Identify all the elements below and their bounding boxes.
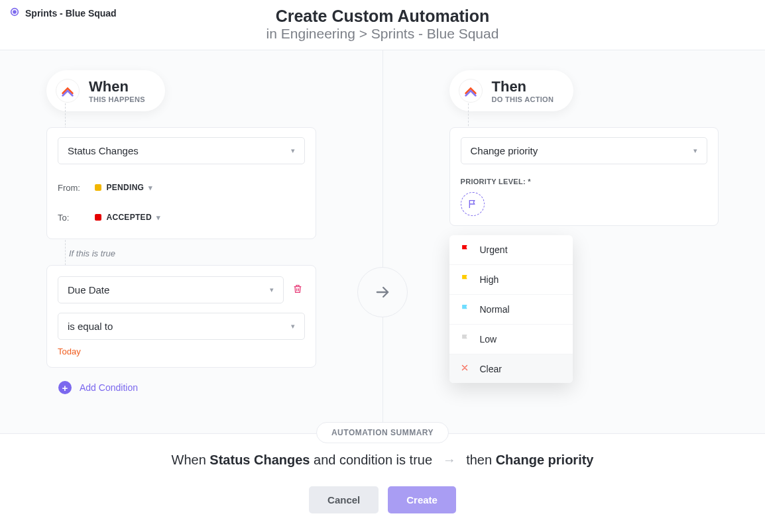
priority-option-label: Normal [480, 304, 510, 315]
from-status-color [95, 184, 101, 191]
add-condition-button[interactable]: + Add Condition [58, 381, 316, 394]
from-status-chip[interactable]: PENDING ▾ [95, 183, 152, 192]
priority-option-label: Clear [480, 364, 502, 374]
trigger-card: Status Changes ▾ From: PENDING ▾ To: ACC… [46, 127, 316, 239]
page-title: Create Custom Automation [9, 7, 756, 26]
priority-option-label: High [480, 274, 499, 285]
priority-dropdown: UrgentHighNormalLowClear [449, 235, 573, 383]
flag-icon [460, 274, 471, 286]
priority-option-low[interactable]: Low [449, 325, 573, 354]
arrow-right-icon: → [443, 452, 456, 467]
location-icon [9, 7, 20, 20]
chevron-down-icon: ▾ [291, 146, 295, 155]
action-card: Change priority ▾ PRIORITY LEVEL: * [449, 127, 719, 226]
chevron-down-icon: ▾ [270, 286, 274, 294]
condition-operator-value: is equal to [68, 321, 113, 332]
then-subtitle: DO THIS ACTION [492, 95, 554, 103]
page-subtitle: in Engineering > Sprints - Blue Squad [9, 26, 756, 42]
automation-summary-badge: AUTOMATION SUMMARY [316, 422, 449, 443]
automation-summary-text: When Status Changes and condition is tru… [0, 452, 765, 468]
when-title: When [89, 78, 145, 95]
to-status-color [95, 214, 101, 221]
action-select[interactable]: Change priority ▾ [461, 137, 708, 164]
create-button[interactable]: Create [388, 486, 456, 513]
condition-value[interactable]: Today [58, 346, 305, 356]
to-status-text: ACCEPTED [106, 213, 151, 222]
priority-option-urgent[interactable]: Urgent [449, 235, 573, 265]
priority-option-normal[interactable]: Normal [449, 295, 573, 325]
from-label: From: [58, 183, 92, 193]
priority-picker-button[interactable] [461, 192, 485, 216]
when-subtitle: THIS HAPPENS [89, 95, 145, 103]
flag-icon [460, 303, 471, 315]
then-column: Then DO THIS ACTION Change priority ▾ PR… [383, 50, 766, 433]
flag-icon [460, 333, 471, 345]
priority-option-clear[interactable]: Clear [449, 354, 573, 383]
close-icon [460, 363, 471, 374]
breadcrumb-text: Sprints - Blue Squad [25, 8, 117, 19]
delete-condition-button[interactable] [290, 284, 305, 297]
arrow-right-icon [357, 267, 408, 317]
priority-option-high[interactable]: High [449, 265, 573, 295]
then-title: Then [492, 78, 554, 95]
chevron-down-icon: ▾ [693, 146, 697, 155]
flag-icon [460, 244, 471, 256]
trigger-value: Status Changes [68, 145, 139, 156]
cancel-button[interactable]: Cancel [309, 486, 379, 513]
when-header: When THIS HAPPENS [46, 70, 165, 111]
add-condition-label: Add Condition [80, 382, 138, 393]
plus-icon: + [58, 381, 72, 394]
condition-field-select[interactable]: Due Date ▾ [58, 276, 284, 303]
from-status-text: PENDING [106, 183, 144, 192]
priority-level-label: PRIORITY LEVEL: * [461, 178, 708, 186]
priority-option-label: Low [480, 334, 497, 345]
chevron-down-icon: ▾ [156, 213, 160, 222]
condition-header: If this is true [69, 248, 316, 258]
priority-option-label: Urgent [480, 244, 508, 255]
when-column: When THIS HAPPENS Status Changes ▾ From:… [0, 50, 382, 433]
condition-operator-select[interactable]: is equal to ▾ [58, 313, 305, 340]
trigger-select[interactable]: Status Changes ▾ [58, 137, 305, 164]
svg-point-1 [13, 11, 16, 13]
chevron-down-icon: ▾ [148, 184, 152, 192]
to-label: To: [58, 213, 92, 223]
to-status-chip[interactable]: ACCEPTED ▾ [95, 213, 160, 222]
action-value: Change priority [471, 145, 538, 156]
clickup-logo-icon [56, 79, 80, 103]
clickup-logo-icon [459, 79, 483, 103]
condition-card: Due Date ▾ is equal to ▾ Today [46, 265, 316, 368]
chevron-down-icon: ▾ [291, 322, 295, 331]
condition-field-value: Due Date [68, 284, 109, 295]
